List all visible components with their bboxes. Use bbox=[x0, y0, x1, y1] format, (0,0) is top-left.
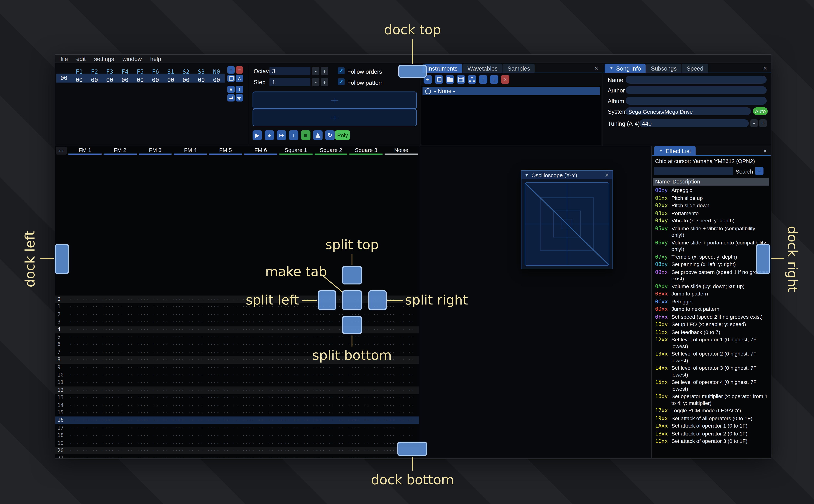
tab-wavetables[interactable]: Wavetables bbox=[463, 64, 502, 73]
dock-right-target[interactable] bbox=[756, 244, 770, 274]
orders-cell[interactable]: 00 bbox=[71, 77, 87, 84]
dock-left-target[interactable] bbox=[55, 244, 69, 274]
octave-plus-button[interactable]: + bbox=[321, 67, 328, 75]
effect-row[interactable]: 02xxPitch slide down bbox=[653, 202, 771, 209]
effect-row[interactable]: 15xxSet level of operator 4 (0 highest, … bbox=[653, 379, 771, 393]
pattern-row[interactable]: 2··· ·· ·· ······· ·· ·· ······· ·· ·· ·… bbox=[55, 311, 419, 318]
pattern-cell[interactable]: ··· ·· ·· ···· bbox=[386, 319, 419, 325]
order-move-down-button[interactable]: ∨ bbox=[227, 86, 235, 93]
channel-header-square-3[interactable]: Square 3 bbox=[348, 147, 384, 155]
effect-row[interactable]: 08xySet panning (x: left; y: right) bbox=[653, 261, 771, 268]
pattern-row[interactable]: 11··· ·· ·· ······· ·· ·· ······· ·· ·· … bbox=[55, 379, 419, 386]
delete-instrument-button[interactable]: × bbox=[501, 75, 510, 84]
effect-search-input[interactable] bbox=[654, 167, 733, 175]
pattern-row[interactable]: 16··· ·· ·· ······· ·· ·· ······· ·· ·· … bbox=[55, 417, 419, 424]
name-input[interactable] bbox=[626, 76, 767, 84]
effect-row[interactable]: 06xyVolume slide + portamento (compatibi… bbox=[653, 239, 771, 253]
move-instrument-down-button[interactable]: ↓ bbox=[490, 75, 499, 84]
effect-row[interactable]: 03xxPortamento bbox=[653, 210, 771, 217]
effect-row[interactable]: 17xxToggle PCM mode (LEGACY) bbox=[653, 407, 771, 414]
split-left-target[interactable] bbox=[318, 290, 336, 310]
channel-header-fm-4[interactable]: FM 4 bbox=[173, 147, 208, 155]
channel-header-fm-5[interactable]: FM 5 bbox=[208, 147, 243, 155]
effect-row[interactable]: 05xyVolume slide + vibrato (compatibilit… bbox=[653, 225, 771, 239]
poly-button[interactable]: Poly bbox=[335, 130, 350, 140]
pattern-row[interactable]: 13··· ·· ·· ······· ·· ·· ······· ·· ·· … bbox=[55, 394, 419, 402]
step-input[interactable]: 1 bbox=[269, 78, 310, 86]
repeat-pattern-button[interactable]: ↻ bbox=[325, 130, 334, 140]
effect-row[interactable]: 1AxxSet attack of operator 1 (0 to 1F) bbox=[653, 422, 771, 430]
pattern-cell[interactable]: ··· ·· ·· ···· bbox=[386, 425, 419, 431]
channel-header-noise[interactable]: Noise bbox=[384, 147, 419, 155]
order-duplicate-button[interactable] bbox=[227, 75, 235, 82]
effect-row[interactable]: 16xySet operator multiplier (x: operator… bbox=[653, 393, 771, 407]
octave-minus-button[interactable]: - bbox=[312, 67, 319, 75]
pattern-row[interactable]: 5··· ·· ·· ······· ·· ·· ······· ·· ·· ·… bbox=[55, 333, 419, 341]
orders-cell[interactable]: 00 bbox=[163, 77, 178, 84]
effect-row[interactable]: 0CxxRetrigger bbox=[653, 298, 771, 305]
channel-header-square-2[interactable]: Square 2 bbox=[313, 147, 348, 155]
menu-window[interactable]: window bbox=[122, 55, 142, 62]
song-info-close-icon[interactable]: × bbox=[762, 65, 768, 71]
stop-button[interactable]: ■ bbox=[301, 130, 310, 140]
effect-list-menu-button[interactable]: ≡ bbox=[755, 167, 764, 175]
orders-cell[interactable]: 00 bbox=[102, 77, 117, 84]
instrument-list-item-none[interactable]: - None - bbox=[423, 87, 600, 95]
tab-samples[interactable]: Samples bbox=[503, 64, 535, 73]
channel-header-fm-3[interactable]: FM 3 bbox=[138, 147, 173, 155]
channel-header-square-1[interactable]: Square 1 bbox=[278, 147, 313, 155]
order-move-up-button[interactable]: ∧ bbox=[236, 75, 243, 82]
effect-row[interactable]: 07xyTremolo (x: speed; y: depth) bbox=[653, 253, 771, 261]
effect-row[interactable]: 0FxxSet speed (speed 2 if no grooves exi… bbox=[653, 313, 771, 321]
effect-row[interactable]: 19xxSet attack of all operators (0 to 1F… bbox=[653, 415, 771, 422]
orders-cell[interactable]: 00 bbox=[193, 77, 209, 84]
author-input[interactable] bbox=[626, 86, 767, 94]
effect-row[interactable]: 1CxxSet attack of operator 3 (0 to 1F) bbox=[653, 438, 771, 445]
pattern-row[interactable]: 10··· ·· ·· ······· ·· ·· ······· ·· ·· … bbox=[55, 371, 419, 379]
tuning-minus-button[interactable]: - bbox=[750, 119, 758, 127]
orders-cell[interactable]: 00 bbox=[209, 77, 224, 84]
follow-pattern-checkbox[interactable]: ✓ bbox=[338, 78, 345, 85]
orders-cell[interactable]: 00 bbox=[87, 77, 102, 84]
orders-row-index[interactable]: 00 bbox=[56, 75, 71, 81]
orders-cell[interactable]: 00 bbox=[132, 77, 148, 84]
order-deep-clone-button[interactable]: ↕ bbox=[236, 86, 243, 93]
effect-list-close-icon[interactable]: × bbox=[762, 148, 768, 154]
album-input[interactable] bbox=[626, 97, 767, 105]
tuning-plus-button[interactable]: + bbox=[759, 119, 767, 127]
metronome-button[interactable] bbox=[313, 130, 322, 140]
save-instrument-button[interactable] bbox=[457, 75, 465, 84]
effect-row[interactable]: 0DxxJump to next pattern bbox=[653, 306, 771, 313]
orders-cell[interactable]: 00 bbox=[178, 77, 194, 84]
step-minus-button[interactable]: - bbox=[312, 78, 319, 86]
pattern-row[interactable]: 9··· ·· ·· ······· ·· ·· ······· ·· ·· ·… bbox=[55, 364, 419, 371]
system-value[interactable]: Sega Genesis/Mega Drive bbox=[626, 107, 751, 115]
effect-row[interactable]: 09xxSet groove pattern (speed 1 if no gr… bbox=[653, 268, 771, 283]
menu-edit[interactable]: edit bbox=[76, 55, 86, 62]
split-bottom-target[interactable] bbox=[342, 316, 362, 334]
pattern-cell[interactable]: ··· ·· ·· ···· bbox=[386, 395, 419, 400]
pattern-cell[interactable]: ··· ·· ·· ···· bbox=[386, 433, 419, 438]
play-from-start-button[interactable]: ● bbox=[265, 130, 274, 140]
orders-cell[interactable]: 00 bbox=[148, 77, 163, 84]
pattern-cell[interactable]: ··· ·· ·· ···· bbox=[386, 335, 419, 340]
pattern-row[interactable]: 19··· ·· ·· ······· ·· ·· ······· ·· ·· … bbox=[55, 439, 419, 447]
tab-instruments[interactable]: Instruments bbox=[423, 64, 462, 73]
split-right-target[interactable] bbox=[368, 290, 387, 310]
pattern-cell[interactable]: ··· ·· ·· ···· bbox=[386, 312, 419, 317]
open-instrument-button[interactable] bbox=[446, 75, 454, 84]
pattern-cell[interactable]: ··· ·· ·· ···· bbox=[386, 387, 419, 393]
pattern-options-button[interactable]: ++ bbox=[56, 147, 67, 155]
step-plus-button[interactable]: + bbox=[321, 78, 328, 86]
tab-song-info[interactable]: ▼Song Info bbox=[605, 64, 646, 73]
effect-row[interactable]: 14xxSet level of operator 3 (0 highest, … bbox=[653, 364, 771, 379]
effect-row[interactable]: 1BxxSet attack of operator 2 (0 to 1F) bbox=[653, 430, 771, 438]
pattern-row[interactable]: 6··· ·· ·· ······· ·· ·· ······· ·· ·· ·… bbox=[55, 341, 419, 349]
tab-subsongs[interactable]: Subsongs bbox=[646, 64, 681, 73]
effect-row[interactable]: 10xySetup LFO (x: enable; y: speed) bbox=[653, 321, 771, 328]
pattern-row[interactable]: 17··· ·· ·· ······· ·· ·· ······· ·· ·· … bbox=[55, 424, 419, 432]
pattern-cell[interactable]: ··· ·· ·· ···· bbox=[386, 456, 419, 458]
dock-bottom-target[interactable] bbox=[397, 442, 427, 456]
effect-row[interactable]: 0AxyVolume slide (0y: down; x0: up) bbox=[653, 283, 771, 290]
play-one-row-button[interactable]: ↦ bbox=[277, 130, 286, 140]
